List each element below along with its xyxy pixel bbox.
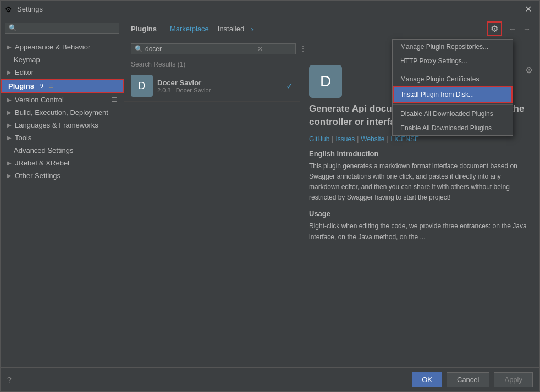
sidebar-item-label: Plugins: [8, 82, 34, 90]
link-license[interactable]: LICENSE: [391, 135, 419, 143]
usage-section-title: Usage: [309, 209, 531, 218]
search-clear-icon[interactable]: ✕: [257, 45, 263, 53]
arrow-icon: ▶: [7, 97, 12, 103]
sidebar-item-label: Build, Execution, Deployment: [15, 108, 108, 117]
sidebar-item-label: Tools: [15, 134, 31, 142]
apply-button[interactable]: Apply: [494, 372, 533, 387]
title-bar: ⚙ Settings ✕: [1, 1, 539, 18]
plugin-search-input[interactable]: [145, 45, 255, 53]
sidebar-item-label: Appearance & Behavior: [15, 43, 90, 51]
sidebar-item-tools[interactable]: ▶ Tools: [1, 131, 124, 144]
arrow-icon: ▶: [7, 109, 12, 115]
plugin-meta: 2.0.8 Docer Savior: [157, 87, 282, 93]
sidebar-item-jrebel[interactable]: ▶ JRebel & XRebel: [1, 157, 124, 169]
plugin-detail-gear-icon[interactable]: ⚙: [525, 65, 533, 75]
link-issues[interactable]: Issues: [335, 135, 355, 143]
sidebar-search-box: 🔍: [1, 18, 124, 38]
intro-section-body: This plugin generates a markdown format …: [309, 161, 531, 203]
plugin-search-icon: 🔍: [135, 45, 143, 53]
sidebar-item-advanced[interactable]: Advanced Settings: [1, 144, 124, 157]
sidebar: 🔍 ▶ Appearance & Behavior Keymap ▶ Edito…: [1, 18, 124, 367]
plugin-list: Search Results (1) D Docer Savior 2.0.8 …: [124, 58, 300, 367]
plugin-item-docer[interactable]: D Docer Savior 2.0.8 Docer Savior ✓: [124, 70, 300, 102]
app-icon: ⚙: [5, 5, 14, 14]
ok-button[interactable]: OK: [412, 372, 442, 387]
forward-arrow[interactable]: →: [521, 24, 533, 35]
settings-dialog: ⚙ Settings ✕ 🔍 ▶ Appearance & Behavior: [0, 0, 540, 392]
sidebar-item-label: Editor: [15, 68, 34, 76]
plugin-icon: D: [131, 75, 153, 97]
link-github[interactable]: GitHub: [309, 135, 329, 143]
title-bar-left: ⚙ Settings: [5, 5, 43, 14]
link-website[interactable]: Website: [361, 135, 384, 143]
sidebar-item-other[interactable]: ▶ Other Settings: [1, 169, 124, 182]
sidebar-item-editor[interactable]: ▶ Editor: [1, 66, 124, 79]
sidebar-item-plugins[interactable]: Plugins 9 ☰: [1, 79, 124, 93]
arrow-icon: ▶: [7, 160, 12, 166]
forward-arrow-icon[interactable]: ›: [251, 25, 254, 34]
sidebar-item-label: Version Control: [15, 96, 64, 104]
dropdown-install-disk[interactable]: Install Plugin from Disk...: [393, 86, 513, 103]
sidebar-item-languages[interactable]: ▶ Languages & Frameworks: [1, 119, 124, 131]
tab-installed[interactable]: Installed: [216, 24, 246, 34]
plugins-title: Plugins: [131, 25, 157, 33]
usage-section-body: Right-click when editing the code, we pr…: [309, 221, 531, 242]
plugin-check-icon: ✓: [286, 81, 293, 91]
sidebar-search-input[interactable]: [19, 24, 115, 32]
dropdown-separator: [393, 70, 513, 70]
back-arrow[interactable]: ←: [506, 24, 519, 35]
sidebar-nav: ▶ Appearance & Behavior Keymap ▶ Editor …: [1, 38, 124, 367]
sidebar-item-label: Keymap: [14, 56, 40, 64]
plugin-info: Docer Savior 2.0.8 Docer Savior: [157, 79, 282, 93]
sidebar-item-keymap[interactable]: Keymap: [1, 53, 124, 66]
dropdown-http-proxy[interactable]: HTTP Proxy Settings...: [393, 54, 513, 68]
search-results-label: Search Results (1): [124, 58, 300, 70]
dropdown-separator-2: [393, 104, 513, 105]
nav-arrows: ← →: [506, 24, 533, 35]
dropdown-manage-certs[interactable]: Manage Plugin Certificates: [393, 72, 513, 86]
window-title: Settings: [17, 5, 43, 13]
dropdown-menu: Manage Plugin Repositories... HTTP Proxy…: [392, 39, 513, 136]
sidebar-item-version-control[interactable]: ▶ Version Control ☰: [1, 93, 124, 106]
sidebar-item-label: Languages & Frameworks: [15, 121, 98, 129]
sidebar-item-label: JRebel & XRebel: [15, 159, 69, 167]
sidebar-item-label: Other Settings: [15, 172, 60, 180]
sidebar-item-build[interactable]: ▶ Build, Execution, Deployment: [1, 106, 124, 119]
arrow-icon: ▶: [7, 135, 12, 141]
arrow-icon: ▶: [7, 122, 12, 128]
tab-marketplace[interactable]: Marketplace: [168, 24, 211, 34]
arrow-icon: ▶: [7, 173, 12, 179]
intro-section-title: English introduction: [309, 150, 531, 158]
content-area: 🔍 ▶ Appearance & Behavior Keymap ▶ Edito…: [1, 18, 539, 367]
sidebar-item-label: Advanced Settings: [14, 146, 73, 154]
main-panel: Plugins Marketplace Installed › ⚙ ← → 🔍: [124, 18, 539, 367]
plugin-version: 2.0.8: [157, 87, 170, 93]
arrow-icon: ▶: [7, 44, 12, 50]
plugin-links: GitHub | Issues | Website | LICENSE: [309, 135, 531, 143]
dropdown-manage-repos[interactable]: Manage Plugin Repositories...: [393, 40, 513, 54]
dropdown-disable-all[interactable]: Disable All Downloaded Plugins: [393, 107, 513, 121]
plugin-search-wrap: 🔍 ✕: [131, 43, 296, 54]
version-control-icon[interactable]: ☰: [112, 96, 117, 103]
sidebar-search-icon: 🔍: [9, 24, 17, 32]
arrow-icon: ▶: [7, 69, 12, 75]
sidebar-item-appearance[interactable]: ▶ Appearance & Behavior: [1, 41, 124, 53]
plugin-detail-icon: D: [309, 65, 342, 98]
more-options-icon[interactable]: ⋮: [299, 45, 307, 53]
plugins-badge: 9: [37, 82, 46, 90]
plugins-header: Plugins Marketplace Installed › ⚙ ← →: [124, 18, 539, 40]
sidebar-search-wrap: 🔍: [5, 23, 119, 34]
plugins-list-icon[interactable]: ☰: [48, 82, 54, 90]
cancel-button[interactable]: Cancel: [447, 372, 489, 387]
plugin-author: Docer Savior: [176, 87, 211, 93]
close-button[interactable]: ✕: [521, 3, 535, 15]
gear-button[interactable]: ⚙: [487, 21, 502, 36]
plugin-name: Docer Savior: [157, 79, 282, 87]
bottom-bar: ? OK Cancel Apply: [1, 367, 539, 391]
help-icon[interactable]: ?: [7, 376, 12, 384]
bottom-right-buttons: OK Cancel Apply: [412, 372, 533, 387]
dropdown-enable-all[interactable]: Enable All Downloaded Plugins: [393, 121, 513, 135]
